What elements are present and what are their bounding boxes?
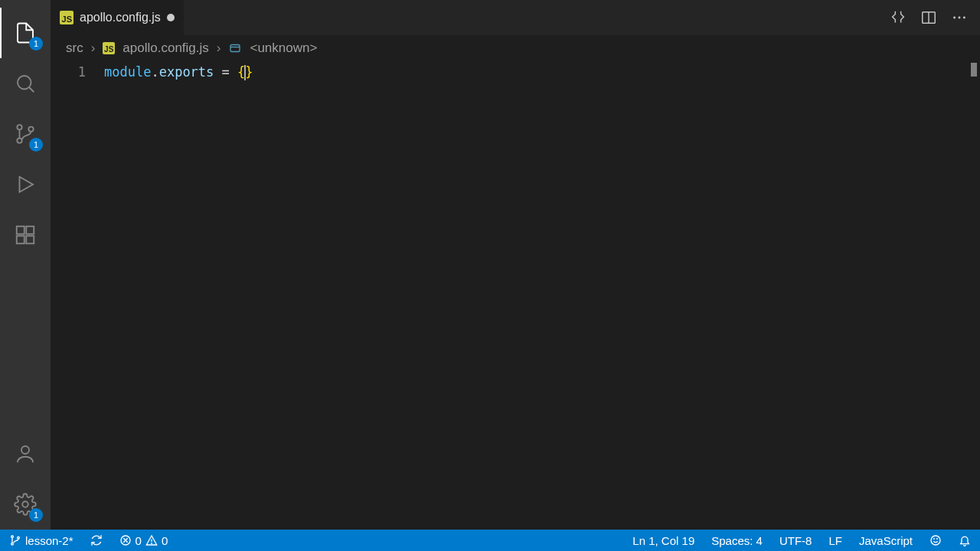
compare-changes-button[interactable] (890, 9, 906, 26)
code-line-1[interactable]: module.exports = {} (104, 63, 980, 81)
code-area[interactable]: module.exports = {} (104, 61, 980, 530)
svg-rect-6 (17, 227, 24, 234)
editor-actions (890, 0, 980, 35)
git-branch-icon (9, 534, 21, 546)
status-notifications[interactable] (956, 534, 974, 546)
activity-explorer[interactable]: 1 (0, 8, 51, 58)
settings-badge: 1 (29, 508, 43, 522)
activity-source-control[interactable]: 1 (0, 109, 51, 159)
scm-badge: 1 (29, 138, 43, 152)
split-editor-button[interactable] (920, 9, 937, 26)
error-icon (119, 534, 132, 546)
status-bar: lesson-2* 0 0 Ln 1, Col 19 Spaces: 4 UTF… (0, 530, 980, 551)
svg-point-28 (934, 539, 935, 540)
breadcrumb-folder[interactable]: src (66, 41, 83, 56)
svg-point-16 (963, 17, 965, 19)
error-count: 0 (136, 534, 142, 547)
javascript-file-icon: JS (60, 11, 74, 24)
feedback-icon (929, 534, 942, 546)
status-problems[interactable]: 0 0 (116, 534, 172, 547)
svg-point-21 (18, 536, 20, 539)
tab-filename: apollo.config.js (80, 11, 161, 24)
svg-point-14 (953, 17, 956, 19)
svg-point-29 (937, 539, 938, 540)
activity-accounts[interactable] (0, 429, 51, 479)
more-actions-button[interactable] (951, 9, 968, 26)
svg-point-4 (28, 127, 33, 132)
status-cursor-position[interactable]: Ln 1, Col 19 (629, 534, 697, 547)
svg-point-3 (17, 139, 21, 143)
editor-region: JS apollo.config.js src › JS apollo (51, 0, 980, 530)
breadcrumb-symbol[interactable]: <unknown> (250, 41, 317, 56)
svg-point-27 (931, 536, 940, 545)
svg-point-19 (11, 536, 14, 538)
status-encoding[interactable]: UTF-8 (776, 534, 815, 547)
svg-point-0 (18, 76, 31, 90)
dirty-indicator-icon (167, 14, 175, 21)
account-icon (14, 442, 37, 465)
explorer-badge: 1 (29, 37, 43, 51)
tab-apollo-config[interactable]: JS apollo.config.js (51, 0, 185, 35)
split-icon (920, 9, 937, 26)
svg-point-2 (17, 125, 21, 129)
extensions-icon (14, 223, 37, 246)
activity-run-debug[interactable] (0, 159, 51, 210)
svg-line-1 (29, 87, 34, 92)
warning-icon (145, 534, 158, 546)
symbol-module-icon (228, 41, 242, 55)
svg-rect-9 (26, 236, 34, 243)
search-icon (14, 72, 37, 95)
bell-icon (959, 534, 971, 546)
ellipsis-icon (951, 9, 968, 26)
breadcrumb-file[interactable]: apollo.config.js (122, 41, 208, 56)
diff-icon (890, 9, 906, 26)
svg-point-15 (959, 17, 961, 19)
warning-count: 0 (162, 534, 168, 547)
svg-marker-5 (20, 177, 34, 192)
svg-rect-7 (26, 227, 34, 234)
status-branch[interactable]: lesson-2* (6, 534, 77, 547)
chevron-right-icon: › (217, 41, 221, 56)
svg-rect-8 (17, 236, 24, 243)
minimap[interactable] (971, 63, 977, 77)
svg-point-20 (11, 543, 14, 545)
breadcrumbs[interactable]: src › JS apollo.config.js › <unknown> (51, 35, 980, 61)
tab-bar: JS apollo.config.js (51, 0, 980, 35)
activity-bar: 1 1 1 (0, 0, 51, 530)
line-number: 1 (51, 63, 86, 81)
editor-body[interactable]: 1 module.exports = {} (51, 61, 980, 530)
status-feedback[interactable] (926, 534, 945, 546)
play-icon (14, 173, 37, 196)
status-sync[interactable] (87, 534, 106, 546)
svg-point-10 (21, 446, 29, 454)
svg-point-11 (22, 501, 28, 507)
activity-extensions[interactable] (0, 210, 51, 260)
chevron-right-icon: › (91, 41, 96, 56)
activity-settings[interactable]: 1 (0, 479, 51, 530)
branch-name: lesson-2* (25, 534, 74, 547)
status-indentation[interactable]: Spaces: 4 (708, 534, 766, 547)
svg-rect-17 (230, 45, 240, 52)
line-gutter: 1 (51, 61, 104, 530)
svg-point-26 (152, 543, 152, 544)
activity-search[interactable] (0, 58, 51, 109)
sync-icon (90, 534, 103, 546)
status-eol[interactable]: LF (825, 534, 845, 547)
javascript-file-icon: JS (103, 42, 115, 54)
status-language[interactable]: JavaScript (856, 534, 916, 547)
